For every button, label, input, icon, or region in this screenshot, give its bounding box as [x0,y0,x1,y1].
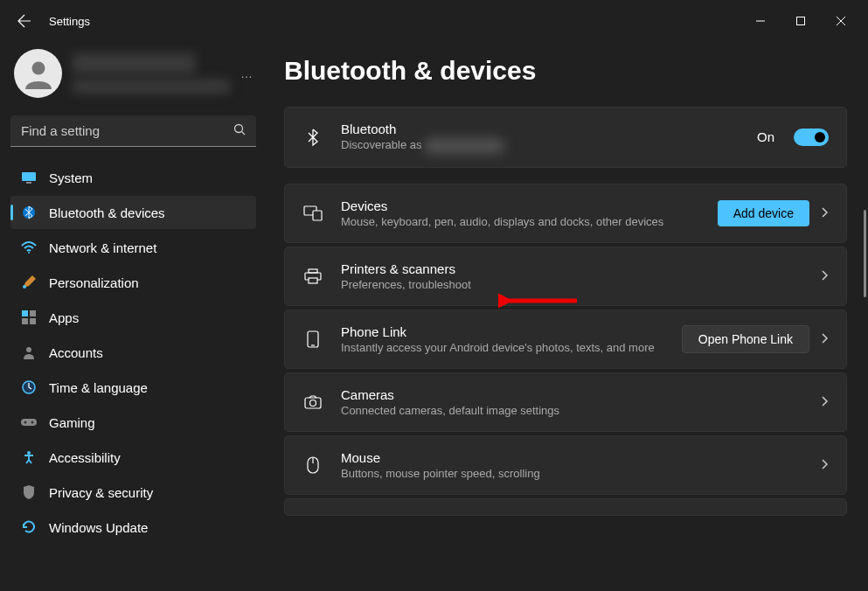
svg-rect-24 [309,278,317,283]
svg-point-14 [26,347,31,352]
open-phone-link-button[interactable]: Open Phone Link [682,325,809,353]
svg-point-9 [23,285,26,289]
sidebar-item-windows-update[interactable]: Windows Update [10,511,256,544]
maximize-button[interactable] [781,7,821,35]
close-icon [837,17,845,25]
titlebar: Settings [0,0,868,42]
card-subtitle: Connected cameras, default image setting… [341,404,804,417]
printers-scanners-card[interactable]: Printers & scanners Preferences, trouble… [284,247,847,306]
svg-rect-13 [30,318,36,324]
chevron-right-icon [822,457,829,473]
avatar [14,49,62,98]
update-icon [21,519,37,535]
sidebar-item-system[interactable]: System [10,161,256,194]
close-button[interactable] [821,7,861,35]
sidebar-item-gaming[interactable]: Gaming [10,406,256,439]
maximize-icon [796,17,805,25]
wifi-icon [21,240,37,255]
printer-icon [302,268,323,284]
sidebar-item-accounts[interactable]: Accounts [10,336,256,369]
sidebar-item-time-language[interactable]: Time & language [10,371,256,404]
add-device-button[interactable]: Add device [718,200,809,226]
chevron-right-icon [822,268,829,284]
cameras-card[interactable]: Cameras Connected cameras, default image… [284,372,847,432]
svg-rect-25 [308,331,318,347]
bluetooth-card[interactable]: Bluetooth Discoverable as On [284,107,847,168]
svg-point-18 [31,421,34,424]
svg-point-28 [310,400,316,406]
card-title: Cameras [341,387,804,402]
back-arrow-icon [17,14,31,28]
scrollbar-thumb[interactable] [864,210,866,297]
minimize-button[interactable] [740,7,781,35]
sidebar-item-label: Time & language [49,380,148,395]
card-subtitle: Instantly access your Android device's p… [341,341,664,354]
sidebar-item-label: Accounts [49,345,103,360]
devices-icon [302,205,323,221]
bluetooth-toggle[interactable] [794,129,829,146]
sidebar-item-label: Bluetooth & devices [49,205,165,220]
card-subtitle: Preferences, troubleshoot [341,278,804,291]
svg-point-2 [31,62,45,75]
sidebar-item-label: Network & internet [49,240,156,255]
search-input[interactable] [10,115,256,147]
monitor-icon [21,170,37,185]
card-title: Bluetooth [341,122,740,136]
svg-rect-5 [22,172,36,181]
chevron-right-icon [822,394,829,410]
svg-rect-21 [313,211,322,220]
card-title: Devices [341,198,700,213]
sidebar-item-label: Privacy & security [49,485,153,500]
nav-list: System Bluetooth & devices Network & int… [10,161,256,544]
person-icon [23,58,54,89]
app-title: Settings [49,15,90,28]
sidebar-item-label: Accessibility [49,450,121,465]
sidebar-item-network[interactable]: Network & internet [10,231,256,264]
svg-rect-11 [30,310,36,316]
svg-rect-10 [22,310,28,316]
profile-name-redacted [73,53,195,74]
profile-email-redacted [73,80,230,94]
svg-rect-27 [305,398,321,408]
camera-icon [302,395,323,409]
phone-link-card[interactable]: Phone Link Instantly access your Android… [284,309,847,369]
phone-icon [302,330,323,348]
page-title: Bluetooth & devices [284,56,847,86]
sidebar-item-label: Windows Update [49,520,148,535]
toggle-label: On [757,129,774,144]
sidebar-item-apps[interactable]: Apps [10,301,256,334]
sidebar-item-label: Personalization [49,275,139,290]
partial-card[interactable] [284,498,847,516]
card-title: Printers & scanners [341,261,804,276]
apps-icon [21,309,37,325]
back-button[interactable] [7,3,42,38]
card-subtitle: Discoverable as [341,138,740,153]
mouse-card[interactable]: Mouse Buttons, mouse pointer speed, scro… [284,435,847,495]
profile-info [73,53,230,94]
svg-point-19 [27,451,31,455]
svg-point-3 [235,125,243,133]
svg-point-8 [28,252,30,254]
person-icon [21,344,37,360]
devices-card[interactable]: Devices Mouse, keyboard, pen, audio, dis… [284,184,847,243]
sidebar-item-label: System [49,170,93,185]
sidebar: … System Bluetooth & devices Network & i… [0,42,267,591]
sidebar-item-bluetooth-devices[interactable]: Bluetooth & devices [10,196,256,229]
card-subtitle: Mouse, keyboard, pen, audio, displays an… [341,215,700,228]
mouse-icon [302,456,323,474]
sidebar-item-personalization[interactable]: Personalization [10,266,256,299]
svg-rect-12 [22,318,28,324]
sidebar-item-privacy-security[interactable]: Privacy & security [10,476,256,509]
window-controls [740,7,861,35]
profile-section[interactable]: … [10,42,256,112]
svg-rect-22 [309,269,317,273]
svg-rect-6 [26,182,31,184]
brush-icon [21,275,37,290]
clock-globe-icon [21,379,37,395]
svg-point-17 [24,421,27,424]
svg-rect-16 [21,419,37,426]
card-title: Phone Link [341,324,664,339]
sidebar-item-accessibility[interactable]: Accessibility [10,441,256,474]
main-content: Bluetooth & devices Bluetooth Discoverab… [267,42,868,591]
shield-icon [21,484,37,500]
